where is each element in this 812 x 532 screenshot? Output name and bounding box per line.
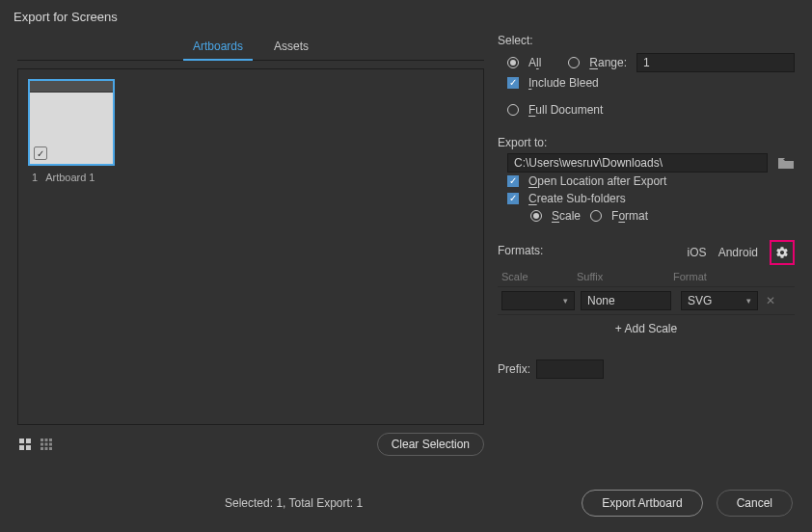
create-subfolders-checkbox[interactable]: ✓ xyxy=(507,193,519,204)
include-bleed-label: Include Bleed xyxy=(528,76,599,90)
range-label: Range: xyxy=(589,56,627,69)
export-path-input[interactable] xyxy=(507,153,768,173)
android-preset[interactable]: Android xyxy=(718,246,758,259)
remove-format-icon[interactable]: ✕ xyxy=(762,294,779,307)
tab-assets[interactable]: Assets xyxy=(264,34,318,61)
format-settings-button[interactable] xyxy=(770,240,795,265)
select-label: Select: xyxy=(498,34,795,47)
cancel-button[interactable]: Cancel xyxy=(717,490,793,517)
artboard-number: 1 xyxy=(32,172,38,183)
artboard-thumbnail[interactable]: ✓ xyxy=(28,79,115,166)
svg-rect-7 xyxy=(41,443,43,446)
prefix-label: Prefix: xyxy=(498,362,530,376)
svg-rect-10 xyxy=(41,447,43,450)
artboard-grid: ✓ 1 Artboard 1 xyxy=(17,68,484,425)
format-label: Format xyxy=(611,209,648,223)
svg-rect-11 xyxy=(45,447,48,450)
all-label: All xyxy=(528,56,541,69)
selection-status: Selected: 1, Total Export: 1 xyxy=(19,496,568,510)
gear-icon xyxy=(775,246,789,259)
small-grid-view-icon[interactable] xyxy=(39,437,54,452)
grid-view-icon[interactable] xyxy=(17,437,33,452)
svg-rect-12 xyxy=(49,447,52,450)
tab-artboards[interactable]: Artboards xyxy=(183,34,253,61)
formats-label: Formats: xyxy=(498,244,543,257)
col-format: Format xyxy=(673,271,795,282)
format-dropdown[interactable]: SVG▾ xyxy=(681,291,758,310)
svg-rect-9 xyxy=(49,443,52,446)
svg-rect-2 xyxy=(19,445,24,450)
clear-selection-button[interactable]: Clear Selection xyxy=(377,433,484,456)
radio-all[interactable] xyxy=(507,57,519,68)
artboard-checkbox[interactable]: ✓ xyxy=(34,146,47,160)
prefix-input[interactable] xyxy=(536,359,604,379)
svg-rect-5 xyxy=(45,439,48,441)
add-scale-button[interactable]: + Add Scale xyxy=(498,314,795,342)
svg-rect-3 xyxy=(26,445,31,450)
export-to-label: Export to: xyxy=(498,136,795,149)
open-location-label: Open Location after Export xyxy=(528,174,666,188)
col-suffix: Suffix xyxy=(577,271,673,282)
radio-full-document[interactable] xyxy=(507,104,519,116)
svg-rect-4 xyxy=(41,439,43,441)
full-document-label: Full Document xyxy=(528,103,603,117)
col-scale: Scale xyxy=(498,271,577,282)
window-title: Export for Screens xyxy=(0,0,812,34)
svg-rect-6 xyxy=(49,439,52,441)
include-bleed-checkbox[interactable]: ✓ xyxy=(507,77,519,89)
artboard-name: Artboard 1 xyxy=(45,172,95,183)
create-subfolders-label: Create Sub-folders xyxy=(528,192,626,205)
export-artboard-button[interactable]: Export Artboard xyxy=(582,490,702,517)
radio-scale[interactable] xyxy=(530,210,542,222)
range-input[interactable] xyxy=(636,53,795,72)
scale-label: Scale xyxy=(552,209,581,223)
svg-rect-1 xyxy=(26,439,31,443)
tabs: Artboards Assets xyxy=(17,34,484,61)
scale-dropdown[interactable]: ▾ xyxy=(501,291,575,310)
folder-icon[interactable] xyxy=(777,156,795,170)
open-location-checkbox[interactable]: ✓ xyxy=(507,175,519,187)
ios-preset[interactable]: iOS xyxy=(688,246,707,259)
radio-range[interactable] xyxy=(568,57,580,68)
svg-rect-8 xyxy=(45,443,48,446)
format-row: ▾ None SVG▾ ✕ xyxy=(498,287,795,314)
svg-rect-0 xyxy=(19,439,24,443)
suffix-dropdown[interactable]: None xyxy=(581,291,671,310)
artboard-item[interactable]: ✓ 1 Artboard 1 xyxy=(28,79,115,183)
radio-format[interactable] xyxy=(590,210,602,222)
